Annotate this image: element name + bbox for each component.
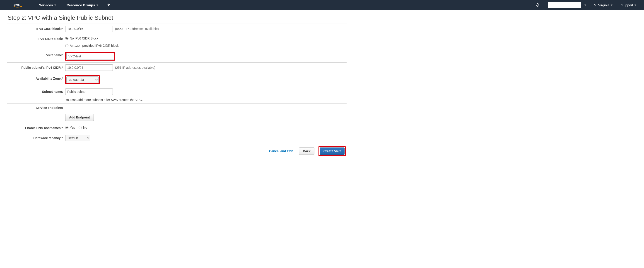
svg-text:aws: aws <box>14 3 20 6</box>
label-availability-zone: Availability Zone: <box>7 75 65 82</box>
nav-region-label: N. Virginia <box>594 3 610 7</box>
caret-down-icon <box>96 5 98 6</box>
nav-support-label: Support <box>621 3 633 7</box>
row-ipv6-cidr: IPv6 CIDR block: No IPv6 CIDR Block Amaz… <box>7 34 346 50</box>
hint-ipv4-cidr: (65531 IP addresses available) <box>115 26 159 32</box>
pin-icon[interactable] <box>105 3 112 7</box>
page-title: Step 2: VPC with a Single Public Subnet <box>7 10 346 24</box>
caret-down-icon <box>54 5 56 6</box>
page-body: Step 2: VPC with a Single Public Subnet … <box>0 10 353 161</box>
radio-dns-no[interactable]: No <box>78 125 87 130</box>
highlight-availability-zone: us-east-1a <box>65 75 100 84</box>
radio-amazon-ipv6-input[interactable] <box>65 44 68 47</box>
nav-services[interactable]: Services <box>35 3 60 7</box>
top-nav: aws Services Resource Groups N. Virginia… <box>0 0 644 10</box>
label-ipv6-cidr: IPv6 CIDR block: <box>7 36 65 42</box>
nav-support[interactable]: Support <box>618 3 640 7</box>
back-button[interactable]: Back <box>299 148 314 155</box>
select-availability-zone[interactable]: us-east-1a <box>66 76 98 83</box>
nav-services-label: Services <box>39 3 53 7</box>
input-subnet-name[interactable] <box>65 88 113 95</box>
input-vpc-name[interactable] <box>66 53 114 59</box>
add-endpoint-button[interactable]: Add Endpoint <box>65 114 94 121</box>
label-vpc-name: VPC name: <box>7 52 65 58</box>
create-vpc-button[interactable]: Create VPC <box>320 148 344 155</box>
caret-down-icon <box>634 5 636 6</box>
caret-down-icon <box>584 5 586 6</box>
radio-no-ipv6[interactable]: No IPv6 CIDR Block <box>65 36 346 41</box>
nav-notifications[interactable] <box>533 3 542 8</box>
nav-resource-groups[interactable]: Resource Groups <box>62 3 102 7</box>
hint-public-subnet-cidr: (251 IP addresses available) <box>115 64 155 71</box>
input-public-subnet-cidr[interactable] <box>65 64 113 71</box>
row-public-subnet-cidr: Public subnet's IPv4 CIDR: (251 IP addre… <box>7 63 346 73</box>
row-vpc-name: VPC name: <box>7 50 346 62</box>
label-hardware-tenancy: Hardware tenancy: <box>7 135 65 141</box>
radio-dns-yes-input[interactable] <box>65 126 68 129</box>
radio-no-ipv6-input[interactable] <box>65 37 68 40</box>
caret-down-icon <box>611 5 612 6</box>
radio-amazon-ipv6[interactable]: Amazon provided IPv6 CIDR block <box>65 43 346 48</box>
input-ipv4-cidr[interactable] <box>65 26 113 32</box>
highlight-vpc-name <box>65 52 115 61</box>
radio-dns-yes[interactable]: Yes <box>65 125 75 130</box>
vpc-wizard-form: IPv4 CIDR block: (65531 IP addresses ava… <box>7 24 346 161</box>
hint-subnet-name: You can add more subnets after AWS creat… <box>65 97 346 102</box>
row-subnet-name: Subnet name: You can add more subnets af… <box>7 87 346 103</box>
radio-amazon-ipv6-label: Amazon provided IPv6 CIDR block <box>70 43 119 48</box>
nav-account-selector[interactable] <box>548 2 581 8</box>
label-ipv4-cidr: IPv4 CIDR block: <box>7 26 65 32</box>
label-public-subnet-cidr: Public subnet's IPv4 CIDR: <box>7 64 65 71</box>
nav-resource-groups-label: Resource Groups <box>66 3 95 7</box>
highlight-create-vpc: Create VPC <box>318 146 346 156</box>
label-enable-dns-hostnames: Enable DNS hostnames: <box>7 125 65 131</box>
cancel-and-exit-link[interactable]: Cancel and Exit <box>267 148 295 155</box>
label-service-endpoints: Service endpoints <box>7 105 65 110</box>
row-availability-zone: Availability Zone: us-east-1a <box>7 73 346 87</box>
row-enable-dns-hostnames: Enable DNS hostnames: Yes No <box>7 123 346 133</box>
label-subnet-name: Subnet name: <box>7 88 65 95</box>
row-service-endpoints: Service endpoints <box>7 104 346 112</box>
radio-dns-yes-label: Yes <box>70 125 75 130</box>
radio-no-ipv6-label: No IPv6 CIDR Block <box>70 36 98 41</box>
radio-dns-no-label: No <box>83 125 87 130</box>
radio-dns-no-input[interactable] <box>78 126 82 129</box>
row-ipv4-cidr: IPv4 CIDR block: (65531 IP addresses ava… <box>7 24 346 34</box>
select-hardware-tenancy[interactable]: Default <box>65 135 90 141</box>
row-add-endpoint: Add Endpoint <box>7 112 346 123</box>
nav-region[interactable]: N. Virginia <box>591 3 616 7</box>
bell-icon <box>536 3 540 8</box>
row-hardware-tenancy: Hardware tenancy: Default <box>7 133 346 143</box>
aws-logo[interactable]: aws <box>14 3 26 8</box>
wizard-footer: Cancel and Exit Back Create VPC <box>7 143 346 161</box>
